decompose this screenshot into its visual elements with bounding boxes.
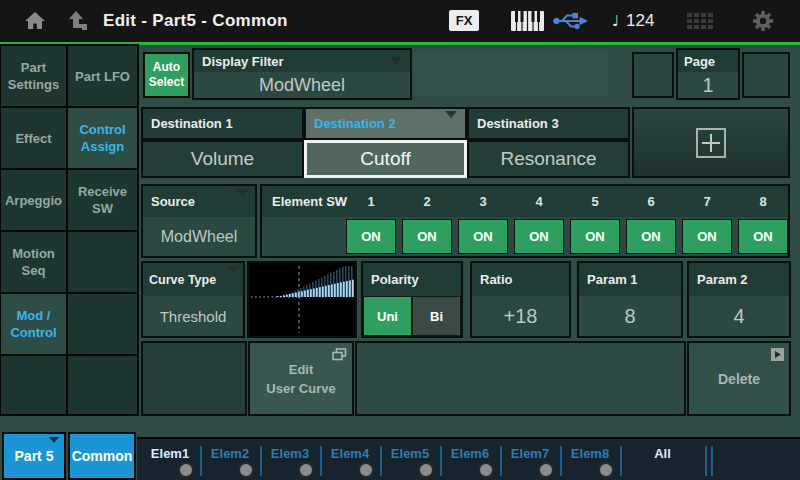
page-side-cell — [742, 52, 790, 98]
tab-separator — [200, 446, 202, 476]
keyboard-icon[interactable] — [510, 10, 546, 32]
element-sw-6-toggle[interactable]: ON — [626, 219, 676, 254]
tab-elem5[interactable]: Elem5 — [380, 439, 440, 480]
element-sw-label: Element SW — [272, 186, 347, 217]
sidebar-item-motion-seq[interactable]: Motion Seq — [1, 232, 66, 292]
element-number-5: 5 — [570, 186, 620, 217]
popup-window-icon — [332, 348, 347, 361]
sidebar-item-part-lfo[interactable]: Part LFO — [68, 46, 137, 106]
display-filter-value: ModWheel — [194, 72, 410, 98]
element-status-led — [238, 462, 254, 478]
sidebar-item-receive-sw[interactable]: Receive SW — [68, 170, 137, 230]
element-sw-7-toggle[interactable]: ON — [682, 219, 732, 254]
tab-elem3[interactable]: Elem3 — [260, 439, 320, 480]
ratio-value: +18 — [472, 296, 569, 336]
tab-elem2[interactable]: Elem2 — [200, 439, 260, 480]
page-label: Page — [684, 54, 715, 69]
tab-separator — [711, 446, 713, 476]
destination-1-value[interactable]: Volume — [141, 140, 304, 178]
sidebar-empty-cell — [68, 356, 137, 414]
ratio-field[interactable]: Ratio +18 — [470, 261, 571, 338]
jump-arrow-icon — [771, 348, 784, 361]
action-row-empty-cell — [141, 341, 247, 416]
source-select[interactable]: Source ModWheel — [141, 184, 257, 258]
tab-separator — [705, 446, 707, 476]
param2-label: Param 2 — [697, 272, 748, 287]
tab-elem7[interactable]: Elem7 — [500, 439, 560, 480]
tab-destination-1[interactable]: Destination 1 — [141, 107, 304, 140]
element-number-4: 4 — [514, 186, 564, 217]
destination-2-label: Destination 2 — [314, 116, 396, 131]
polarity-uni-button[interactable]: Uni — [363, 296, 412, 336]
tab-separator — [440, 446, 442, 476]
delete-button[interactable]: Delete — [687, 341, 791, 416]
element-status-led — [418, 462, 434, 478]
tab-separator — [380, 446, 382, 476]
tab-elem8[interactable]: Elem8 — [560, 439, 620, 480]
usb-icon[interactable] — [553, 10, 589, 32]
tab-elem1[interactable]: Elem1 — [140, 439, 200, 480]
part-select-button[interactable]: Part 5 — [2, 432, 66, 480]
chevron-down-icon — [227, 266, 239, 273]
curve-type-value: Threshold — [143, 296, 243, 336]
tab-elem6[interactable]: Elem6 — [440, 439, 500, 480]
page-side-cell — [632, 52, 674, 98]
tab-destination-3[interactable]: Destination 3 — [467, 107, 630, 140]
tempo-display[interactable]: ♩ 124 — [612, 0, 654, 42]
polarity-bi-button[interactable]: Bi — [412, 296, 461, 336]
edit-user-curve-button[interactable]: Edit User Curve — [248, 341, 354, 416]
source-value: ModWheel — [143, 217, 255, 256]
elem7-label: Elem7 — [500, 446, 560, 461]
element-status-led — [358, 462, 374, 478]
curve-preview[interactable] — [247, 261, 357, 338]
element-status-led — [178, 462, 194, 478]
chevron-down-icon — [445, 111, 457, 118]
param1-value: 8 — [579, 296, 681, 336]
element-sw-3-toggle[interactable]: ON — [458, 219, 508, 254]
elem6-label: Elem6 — [440, 446, 500, 461]
sidebar-item-mod-control[interactable]: Mod / Control — [1, 294, 66, 354]
element-number-7: 7 — [682, 186, 732, 217]
all-label: All — [620, 446, 705, 461]
tab-destination-2[interactable]: Destination 2 — [304, 107, 467, 140]
tab-common[interactable]: Common — [68, 432, 136, 480]
sidebar-item-control-assign[interactable]: Control Assign — [68, 108, 137, 168]
pad-grid-icon[interactable] — [687, 13, 714, 30]
curve-type-select[interactable]: Curve Type Threshold — [141, 261, 245, 338]
element-sw-8-toggle[interactable]: ON — [738, 219, 788, 254]
polarity-panel: Polarity Uni Bi — [361, 261, 463, 338]
part-label: Part 5 — [15, 448, 54, 464]
destination-3-value[interactable]: Resonance — [467, 140, 630, 178]
destination-2-value[interactable]: Cutoff — [304, 140, 467, 178]
param1-field[interactable]: Param 1 8 — [577, 261, 683, 338]
display-filter-select[interactable]: Display Filter ModWheel — [192, 48, 412, 100]
page-selector[interactable]: Page 1 — [676, 48, 740, 100]
synth-touchscreen: Edit - Part5 - Common FX — [0, 0, 800, 480]
sidebar-item-part-settings[interactable]: Part Settings — [1, 46, 66, 106]
element-sw-1-toggle[interactable]: ON — [346, 219, 396, 254]
tab-all[interactable]: All — [620, 439, 705, 480]
element-sw-4-toggle[interactable]: ON — [514, 219, 564, 254]
fx-indicator[interactable]: FX — [449, 10, 479, 31]
page-title: Edit - Part5 - Common — [103, 0, 288, 42]
toolbar-empty-area — [414, 53, 608, 97]
elem2-label: Elem2 — [200, 446, 260, 461]
element-sw-5-toggle[interactable]: ON — [570, 219, 620, 254]
element-sw-2-toggle[interactable]: ON — [402, 219, 452, 254]
element-status-led — [538, 462, 554, 478]
page-value: 1 — [678, 72, 738, 98]
auto-select-button[interactable]: Auto Select — [143, 52, 190, 98]
home-icon[interactable] — [23, 9, 47, 33]
exit-up-icon[interactable] — [67, 9, 91, 33]
chevron-down-icon — [390, 57, 402, 64]
param2-field[interactable]: Param 2 4 — [687, 261, 791, 338]
param2-value: 4 — [689, 296, 789, 336]
add-destination-button[interactable] — [632, 107, 790, 178]
sidebar-item-effect[interactable]: Effect — [1, 108, 66, 168]
tab-separator — [320, 446, 322, 476]
tab-separator — [620, 446, 622, 476]
sidebar-item-arpeggio[interactable]: Arpeggio — [1, 170, 66, 230]
tab-elem4[interactable]: Elem4 — [320, 439, 380, 480]
settings-gear-icon[interactable] — [751, 9, 775, 33]
action-row-empty-cell — [355, 341, 686, 416]
